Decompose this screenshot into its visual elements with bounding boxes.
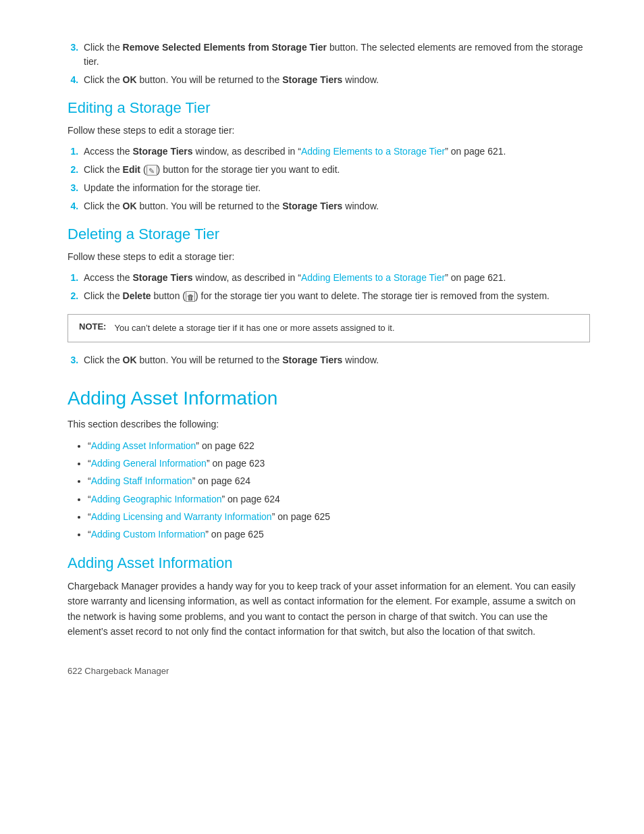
- bullet-link-5[interactable]: Adding Licensing and Warranty Informatio…: [91, 511, 272, 522]
- deleting-step2-bold: Delete: [123, 290, 151, 301]
- editing-step1-link[interactable]: Adding Elements to a Storage Tier: [301, 146, 445, 157]
- delete-icon: [186, 291, 195, 302]
- deleting-intro: Follow these steps to edit a storage tie…: [68, 250, 590, 264]
- list-item: “Adding Asset Information” on page 622: [88, 438, 590, 453]
- note-label: NOTE:: [79, 321, 106, 332]
- deleting-step1-bold: Storage Tiers: [132, 272, 192, 283]
- editing-step-1: Access the Storage Tiers window, as desc…: [81, 145, 590, 159]
- deleting-step3-window: Storage Tiers: [282, 355, 342, 365]
- editing-step-3: Update the information for the storage t…: [81, 181, 590, 195]
- deleting-step-3: Click the OK button. You will be returne…: [81, 353, 590, 367]
- bullet-link-4[interactable]: Adding Geographic Information: [91, 494, 222, 504]
- list-item: “Adding Licensing and Warranty Informati…: [88, 509, 590, 524]
- bullet-link-2[interactable]: Adding General Information: [91, 458, 207, 469]
- adding-asset-h1-heading: Adding Asset Information: [68, 388, 590, 409]
- intro-step4-ok: OK: [123, 74, 137, 85]
- adding-asset-paragraph: Chargeback Manager provides a handy way …: [68, 579, 590, 640]
- editing-heading: Editing a Storage Tier: [68, 99, 590, 117]
- bullet-link-6[interactable]: Adding Custom Information: [91, 529, 206, 540]
- bullet-link-3[interactable]: Adding Staff Information: [91, 475, 192, 486]
- deleting-step-1: Access the Storage Tiers window, as desc…: [81, 271, 590, 285]
- list-item: “Adding Geographic Information” on page …: [88, 492, 590, 506]
- editing-step1-bold: Storage Tiers: [132, 146, 192, 157]
- bullet-link-1[interactable]: Adding Asset Information: [91, 440, 196, 451]
- list-item: “Adding Staff Information” on page 624: [88, 473, 590, 488]
- footer: 622 Chargeback Manager: [68, 666, 590, 676]
- editing-step4-ok: OK: [123, 201, 137, 211]
- editing-step-4: Click the OK button. You will be returne…: [81, 199, 590, 213]
- note-box: NOTE: You can’t delete a storage tier if…: [68, 314, 590, 342]
- list-item: “Adding Custom Information” on page 625: [88, 527, 590, 542]
- adding-asset-intro: This section describes the following:: [68, 417, 590, 432]
- list-item: “Adding General Information” on page 623: [88, 456, 590, 471]
- deleting-step-2: Click the Delete button () for the stora…: [81, 289, 590, 303]
- intro-step-4: Click the OK button. You will be returne…: [81, 73, 590, 87]
- intro-step3-bold: Remove Selected Elements from Storage Ti…: [123, 42, 327, 53]
- adding-asset-list: “Adding Asset Information” on page 622 “…: [88, 438, 590, 542]
- deleting-step1-link[interactable]: Adding Elements to a Storage Tier: [301, 272, 445, 283]
- editing-step2-bold: Edit: [123, 164, 140, 175]
- adding-asset-h2-heading: Adding Asset Information: [68, 554, 590, 572]
- intro-step4-window: Storage Tiers: [282, 74, 342, 85]
- deleting-step3-ok: OK: [123, 355, 137, 365]
- editing-step-2: Click the Edit () button for the storage…: [81, 163, 590, 177]
- intro-step-3: Click the Remove Selected Elements from …: [81, 41, 590, 69]
- editing-intro: Follow these steps to edit a storage tie…: [68, 124, 590, 138]
- edit-icon: [146, 165, 157, 176]
- deleting-heading: Deleting a Storage Tier: [68, 226, 590, 243]
- note-text: You can’t delete a storage tier if it ha…: [114, 321, 394, 335]
- editing-step4-window: Storage Tiers: [282, 201, 342, 211]
